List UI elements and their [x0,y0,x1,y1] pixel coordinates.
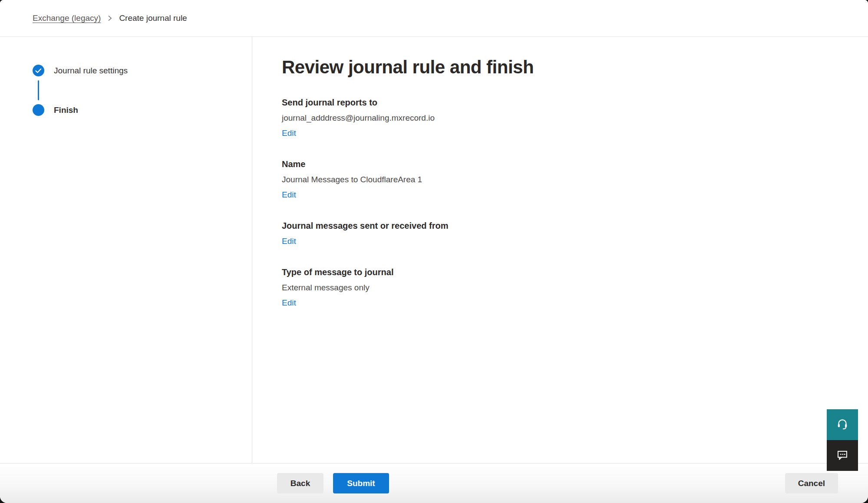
breadcrumb-current: Create journal rule [119,13,187,23]
review-pane: Review journal rule and finish Send jour… [252,37,868,463]
exchange-admin-window: Exchange (legacy) Create journal rule Jo… [0,0,868,503]
section-name: Name Journal Messages to CloudflareArea … [282,159,851,200]
wizard-step-finish[interactable]: Finish [33,104,252,116]
wizard-step-label: Finish [54,105,78,115]
chat-icon [836,448,849,463]
headset-icon [836,418,849,432]
edit-message-type-link[interactable]: Edit [282,298,296,308]
section-label: Type of message to journal [282,267,851,277]
section-value: Journal Messages to CloudflareArea 1 [282,175,851,184]
feedback-button[interactable] [827,440,858,471]
breadcrumb: Exchange (legacy) Create journal rule [33,13,187,23]
section-journal-messages-scope: Journal messages sent or received from E… [282,221,851,246]
step-connector-line [38,80,39,100]
action-footer: Back Submit Cancel [0,463,868,503]
section-value: External messages only [282,283,851,293]
section-value: journal_adddress@journaling.mxrecord.io [282,113,851,123]
wizard-step-journal-rule-settings[interactable]: Journal rule settings [33,65,252,76]
section-message-type: Type of message to journal External mess… [282,267,851,308]
section-label: Name [282,159,851,169]
edit-name-link[interactable]: Edit [282,190,296,200]
back-button[interactable]: Back [277,473,323,493]
section-send-journal-reports-to: Send journal reports to journal_adddress… [282,98,851,138]
content-row: Journal rule settings Finish Review jour… [0,37,868,463]
page-title: Review journal rule and finish [282,57,851,78]
section-label: Send journal reports to [282,98,851,108]
help-button[interactable] [827,409,858,440]
filled-dot-icon [33,104,44,116]
section-label: Journal messages sent or received from [282,221,851,231]
chevron-right-icon [107,15,112,22]
edit-send-journal-reports-link[interactable]: Edit [282,128,296,138]
support-widget-stack [827,409,858,471]
edit-journal-messages-link[interactable]: Edit [282,237,296,246]
wizard-step-label: Journal rule settings [54,66,128,76]
submit-button[interactable]: Submit [333,473,389,493]
check-icon [33,65,44,76]
breadcrumb-exchange-legacy-link[interactable]: Exchange (legacy) [33,13,101,23]
top-bar: Exchange (legacy) Create journal rule [0,0,868,37]
cancel-button[interactable]: Cancel [785,473,838,493]
wizard-steps-panel: Journal rule settings Finish [0,37,252,463]
